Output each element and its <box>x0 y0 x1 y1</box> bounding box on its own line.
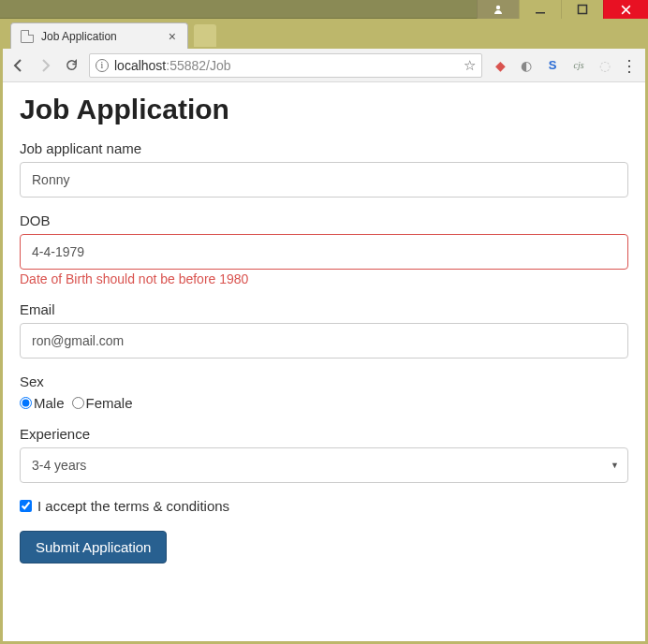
titlebar <box>0 0 648 19</box>
field-experience: Experience 3-4 years <box>20 426 628 483</box>
svg-rect-2 <box>579 6 587 14</box>
tab-strip: Job Application × <box>3 19 645 49</box>
close-button[interactable] <box>603 0 648 19</box>
back-button[interactable] <box>10 57 27 74</box>
extension-icon-3[interactable]: S <box>544 57 561 74</box>
svg-point-0 <box>496 6 500 9</box>
sex-option-female[interactable]: Female <box>72 395 133 411</box>
page-content: Job Application Job applicant name DOB D… <box>3 82 645 641</box>
window-controls <box>477 0 648 19</box>
app-window: Job Application × i localhost:55882/Job … <box>0 0 648 644</box>
browser-chrome: Job Application × i localhost:55882/Job … <box>0 19 648 644</box>
email-input[interactable] <box>20 323 628 359</box>
maximize-button[interactable] <box>561 0 603 19</box>
field-sex: Sex Male Female <box>20 373 628 411</box>
address-bar[interactable]: i localhost:55882/Job ☆ <box>89 53 482 78</box>
terms-checkbox[interactable] <box>20 500 32 512</box>
tab-title: Job Application <box>41 30 117 43</box>
reload-button[interactable] <box>63 57 80 74</box>
extension-icon-2[interactable]: ◐ <box>518 57 535 74</box>
field-dob: DOB Date of Birth should not be before 1… <box>20 212 628 286</box>
minimize-button[interactable] <box>519 0 561 19</box>
forward-button[interactable] <box>37 57 53 74</box>
svg-rect-1 <box>536 12 545 14</box>
browser-menu-button[interactable]: ⋯ <box>620 58 641 73</box>
name-label: Job applicant name <box>20 140 628 156</box>
site-info-icon[interactable]: i <box>96 59 109 72</box>
sex-label: Sex <box>20 373 628 389</box>
field-terms[interactable]: I accept the terms & conditions <box>20 498 628 514</box>
browser-toolbar: i localhost:55882/Job ☆ ◆ ◐ S cjs ◌ ⋯ <box>3 49 645 82</box>
page-title: Job Application <box>20 94 628 125</box>
page-icon <box>21 30 34 43</box>
bookmark-star-icon[interactable]: ☆ <box>464 57 476 74</box>
url-host: localhost:55882/Job <box>114 58 231 73</box>
terms-label: I accept the terms & conditions <box>37 498 229 514</box>
user-icon[interactable] <box>477 0 519 19</box>
email-label: Email <box>20 301 628 317</box>
extension-icon-5[interactable]: ◌ <box>596 57 613 74</box>
field-email: Email <box>20 301 628 359</box>
new-tab-button[interactable] <box>194 24 216 47</box>
sex-radio-male[interactable] <box>20 397 32 409</box>
browser-tab[interactable]: Job Application × <box>10 22 188 49</box>
titlebar-caption <box>0 0 477 19</box>
extension-icon-1[interactable]: ◆ <box>492 57 508 74</box>
dob-label: DOB <box>20 212 628 228</box>
sex-option-male[interactable]: Male <box>20 395 65 411</box>
tab-close-icon[interactable]: × <box>167 29 178 44</box>
field-name: Job applicant name <box>20 140 628 198</box>
sex-radio-female[interactable] <box>72 397 84 409</box>
experience-label: Experience <box>20 426 628 442</box>
submit-button[interactable]: Submit Application <box>20 531 167 564</box>
dob-error-message: Date of Birth should not be before 1980 <box>20 271 628 286</box>
name-input[interactable] <box>20 162 628 198</box>
extension-icon-cjs[interactable]: cjs <box>570 57 587 74</box>
experience-select[interactable]: 3-4 years <box>20 447 628 483</box>
dob-input[interactable] <box>20 234 628 270</box>
